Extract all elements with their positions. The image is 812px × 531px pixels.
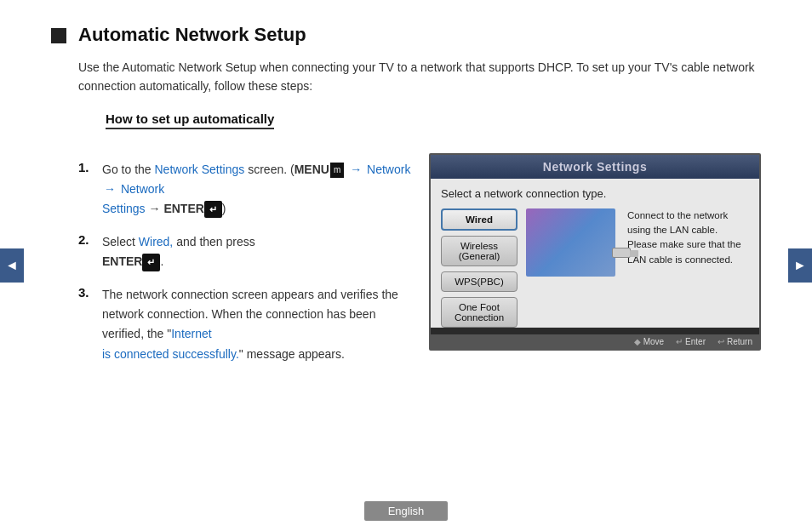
enter-footer-label: Enter	[685, 337, 706, 346]
step-1-number: 1.	[78, 160, 102, 174]
wireless-general-button[interactable]: Wireless(General)	[441, 236, 518, 266]
page-footer: English	[0, 501, 812, 521]
move-icon: ◆	[634, 337, 641, 346]
step-2: 2. Select Wired, and then press ENTER↵.	[78, 232, 412, 271]
button-column: Wired Wireless(General) WPS(PBC) One Foo…	[441, 208, 518, 328]
right-arrow-icon: ►	[793, 258, 807, 273]
cable-plug	[612, 248, 631, 258]
right-nav-arrow[interactable]: ►	[788, 248, 812, 283]
footer-enter: ↵ Enter	[676, 337, 706, 346]
step-3-content: The network connection screen appears an…	[102, 285, 412, 363]
wps-pbc-button[interactable]: WPS(PBC)	[441, 271, 518, 292]
enter-footer-icon: ↵	[676, 337, 683, 346]
subsection-title: How to set up automatically	[106, 111, 274, 129]
info-text: Connect to the network using the LAN cab…	[624, 208, 749, 328]
language-button[interactable]: English	[364, 501, 449, 521]
left-arrow-icon: ◄	[5, 258, 19, 273]
enter-key-2: ↵	[142, 254, 160, 271]
network-settings-3: Settings	[102, 202, 146, 215]
section-header: Automatic Network Setup	[51, 24, 761, 46]
arrow-3: →	[148, 202, 163, 215]
arrow-2: →	[104, 182, 116, 196]
dialog-title: Network Settings	[431, 155, 759, 179]
dialog-main: Wired Wireless(General) WPS(PBC) One Foo…	[441, 208, 749, 328]
network-image	[526, 208, 615, 277]
intro-text: Use the Automatic Network Setup when con…	[78, 58, 761, 96]
dialog-footer: ◆ Move ↵ Enter ↩ Return	[431, 334, 759, 349]
network-settings-link: Network Settings	[154, 163, 244, 176]
network-dialog: Network Settings Select a network connec…	[429, 153, 761, 351]
menu-icon: m	[330, 163, 344, 179]
step-1-content: Go to the Network Settings screen. (MENU…	[102, 160, 412, 219]
return-label: Return	[727, 337, 752, 346]
network-1: Network	[367, 163, 410, 176]
dialog-subtitle: Select a network connection type.	[441, 187, 749, 200]
wired-button[interactable]: Wired	[441, 208, 518, 231]
success-message: Internetis connected successfully.	[102, 327, 239, 360]
move-label: Move	[643, 337, 664, 346]
left-nav-arrow[interactable]: ◄	[0, 248, 24, 283]
footer-return: ↩ Return	[718, 337, 752, 346]
arrow-1: →	[350, 163, 362, 176]
section-marker	[51, 28, 66, 43]
return-icon: ↩	[718, 337, 724, 346]
wired-link: Wired,	[139, 235, 173, 248]
step-2-number: 2.	[78, 232, 102, 247]
enter-key-1: ↵	[204, 201, 222, 218]
step-3-number: 3.	[78, 285, 102, 300]
enter-label-2: ENTER	[102, 254, 142, 268]
step-3: 3. The network connection screen appears…	[78, 285, 412, 363]
enter-label-1: ENTER	[163, 202, 203, 215]
step-1: 1. Go to the Network Settings screen. (M…	[78, 160, 412, 219]
menu-label: MENU	[294, 163, 329, 176]
network-settings-2: Network	[121, 182, 164, 196]
one-foot-connection-button[interactable]: One FootConnection	[441, 297, 518, 328]
step-2-content: Select Wired, and then press ENTER↵.	[102, 232, 255, 271]
steps-container: 1. Go to the Network Settings screen. (M…	[78, 160, 429, 378]
dialog-body: Select a network connection type. Wired …	[431, 179, 759, 328]
footer-move: ◆ Move	[634, 337, 664, 346]
section-title: Automatic Network Setup	[78, 24, 306, 46]
